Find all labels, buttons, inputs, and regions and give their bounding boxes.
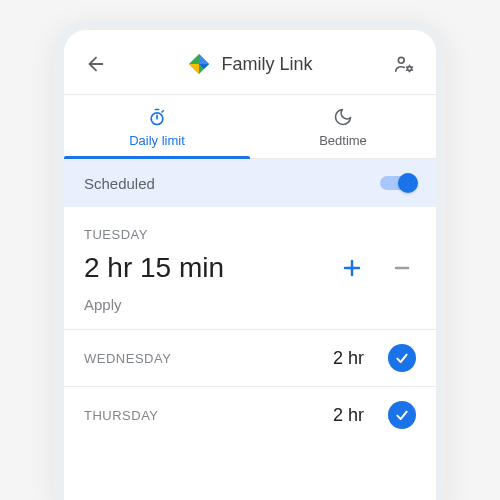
scheduled-toggle[interactable] — [380, 173, 416, 193]
minus-icon — [390, 256, 414, 280]
time-value: 2 hr — [333, 348, 364, 369]
time-control-row: 2 hr 15 min — [84, 252, 416, 284]
scheduled-toggle-row: Scheduled — [64, 159, 436, 207]
person-gear-icon — [393, 53, 415, 75]
check-icon — [394, 407, 410, 423]
tab-bedtime[interactable]: Bedtime — [250, 95, 436, 158]
time-value: 2 hr — [333, 405, 364, 426]
moon-icon — [250, 107, 436, 129]
decrease-button[interactable] — [388, 254, 416, 282]
day-name: TUESDAY — [84, 227, 416, 242]
svg-marker-3 — [189, 64, 199, 74]
day-name: THURSDAY — [84, 408, 333, 423]
title-group: Family Link — [120, 52, 380, 76]
app-title: Family Link — [221, 54, 312, 75]
stopwatch-icon — [64, 107, 250, 129]
time-value: 2 hr 15 min — [84, 252, 224, 284]
check-icon — [394, 350, 410, 366]
svg-point-5 — [398, 57, 404, 63]
back-button[interactable] — [80, 48, 112, 80]
phone-frame: Family Link Daily limit Bedtime Schedul — [54, 20, 446, 500]
day-row[interactable]: WEDNESDAY 2 hr — [64, 330, 436, 387]
day-name: WEDNESDAY — [84, 351, 333, 366]
focus-day-block: TUESDAY 2 hr 15 min Apply — [64, 207, 436, 330]
tab-label: Daily limit — [64, 133, 250, 148]
check-badge[interactable] — [388, 401, 416, 429]
stepper-controls — [338, 254, 416, 282]
tab-bar: Daily limit Bedtime — [64, 94, 436, 159]
app-header: Family Link — [64, 30, 436, 94]
svg-marker-2 — [199, 54, 209, 64]
arrow-left-icon — [85, 53, 107, 75]
scheduled-label: Scheduled — [84, 175, 155, 192]
tab-daily-limit[interactable]: Daily limit — [64, 95, 250, 158]
check-badge[interactable] — [388, 344, 416, 372]
tab-label: Bedtime — [250, 133, 436, 148]
manage-user-button[interactable] — [388, 48, 420, 80]
increase-button[interactable] — [338, 254, 366, 282]
family-link-logo-icon — [187, 52, 211, 76]
day-row[interactable]: THURSDAY 2 hr — [64, 387, 436, 443]
plus-icon — [340, 256, 364, 280]
apply-button[interactable]: Apply — [84, 296, 416, 313]
